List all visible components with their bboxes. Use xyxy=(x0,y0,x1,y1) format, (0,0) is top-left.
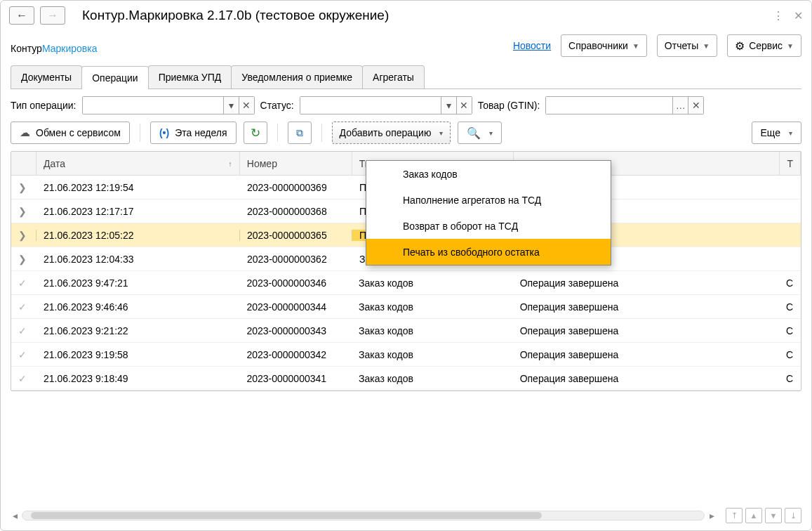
row-status-cell: Операция завершена xyxy=(513,373,779,384)
week-button[interactable]: (•)Эта неделя xyxy=(150,122,237,144)
sync-label: Обмен с сервисом xyxy=(36,127,121,138)
menu-item-fill-aggregates[interactable]: Наполнение агрегатов на ТСД xyxy=(366,187,611,213)
add-operation-label: Добавить операцию xyxy=(340,127,432,138)
chevron-right-icon: ❯ xyxy=(18,254,27,265)
chevron-down-icon: ▼ xyxy=(632,42,639,50)
week-label: Эта неделя xyxy=(175,127,227,138)
filter-status-dd[interactable]: ▾ xyxy=(441,97,456,114)
logo-part1: Контур xyxy=(11,43,42,54)
tab-documents[interactable]: Документы xyxy=(11,65,82,88)
refresh-icon: ↻ xyxy=(251,126,260,140)
search-icon: 🔍 xyxy=(467,126,481,140)
refs-button[interactable]: Справочники▼ xyxy=(561,34,647,57)
reports-button[interactable]: Отчеты▼ xyxy=(657,34,717,57)
reports-label: Отчеты xyxy=(665,40,698,51)
chevron-down-icon: ▾ xyxy=(489,129,493,137)
row-number-cell: 2023-0000000362 xyxy=(240,254,352,265)
menu-item-return[interactable]: Возврат в оборот на ТСД xyxy=(366,213,611,239)
row-status-cell: Операция завершена xyxy=(513,349,779,360)
filter-status-label: Статус: xyxy=(260,100,294,111)
filter-gtin-browse[interactable]: … xyxy=(672,97,688,114)
hierarchy-button[interactable]: ⧉ xyxy=(288,122,312,144)
chevron-right-icon: ❯ xyxy=(18,230,27,241)
scrollbar-thumb[interactable] xyxy=(31,512,542,519)
filter-type-dd[interactable]: ▾ xyxy=(223,97,239,114)
col-last[interactable]: Т xyxy=(780,152,801,175)
row-number-cell: 2023-0000000341 xyxy=(239,373,352,384)
grid-up-button[interactable]: ▲ xyxy=(745,508,762,523)
check-icon: ✓ xyxy=(18,277,27,289)
col-icon[interactable] xyxy=(11,152,36,175)
check-icon: ✓ xyxy=(18,325,27,336)
filter-status-combo[interactable]: ▾✕ xyxy=(300,96,472,114)
row-number-cell: 2023-0000000369 xyxy=(240,182,352,193)
filter-gtin-clear[interactable]: ✕ xyxy=(688,97,703,114)
filter-gtin-input[interactable] xyxy=(546,97,672,114)
row-number-cell: 2023-0000000346 xyxy=(239,277,352,289)
chevron-right-icon: ❯ xyxy=(18,182,27,193)
service-button[interactable]: ⚙Сервис▼ xyxy=(727,34,801,57)
row-status-cell: Операция завершена xyxy=(513,301,779,313)
row-type-cell: Заказ кодов xyxy=(352,349,513,360)
separator xyxy=(277,124,278,142)
row-date-cell: 21.06.2023 12:17:17 xyxy=(36,206,240,217)
row-date-cell: 21.06.2023 9:18:49 xyxy=(36,373,239,384)
table-row[interactable]: ✓21.06.2023 9:46:462023-0000000344Заказ … xyxy=(11,295,801,319)
col-date[interactable]: Дата↑ xyxy=(36,152,240,175)
row-extra-cell: С xyxy=(779,349,801,360)
main-tabs: Документы Операции Приемка УПД Уведомлен… xyxy=(11,65,801,89)
grid-first-button[interactable]: ⤒ xyxy=(726,508,743,523)
window-title: Контур.Маркировка 2.17.0b (тестовое окру… xyxy=(82,8,389,23)
filter-type-clear[interactable]: ✕ xyxy=(239,97,254,114)
chevron-down-icon: ▼ xyxy=(787,42,794,50)
add-operation-button[interactable]: Добавить операцию▾ xyxy=(332,122,451,144)
filter-type-input[interactable] xyxy=(83,97,223,114)
sync-button[interactable]: ☁Обмен с сервисом xyxy=(11,122,130,144)
forward-button[interactable]: → xyxy=(40,6,65,25)
row-status-cell: Операция завершена xyxy=(513,325,779,336)
row-type-cell: Заказ кодов xyxy=(352,373,513,384)
menu-item-print-free[interactable]: Печать из свободного остатка xyxy=(366,239,611,265)
row-type-cell: Заказ кодов xyxy=(352,277,513,289)
scroll-left-icon[interactable]: ◂ xyxy=(11,510,19,521)
grid-down-button[interactable]: ▼ xyxy=(765,508,782,523)
refresh-button[interactable]: ↻ xyxy=(244,122,267,144)
filter-status-input[interactable] xyxy=(300,97,441,114)
tab-operations[interactable]: Операции xyxy=(81,66,149,89)
back-button[interactable]: ← xyxy=(9,6,34,25)
filter-type-combo[interactable]: ▾✕ xyxy=(82,96,255,114)
check-icon: ✓ xyxy=(18,373,27,384)
table-row[interactable]: ✓21.06.2023 9:19:582023-0000000342Заказ … xyxy=(11,343,801,367)
scroll-right-icon[interactable]: ▸ xyxy=(707,510,716,521)
tab-aggregates[interactable]: Агрегаты xyxy=(362,65,425,88)
search-button[interactable]: 🔍▾ xyxy=(458,122,502,144)
check-icon: ✓ xyxy=(18,301,27,313)
filter-status-clear[interactable]: ✕ xyxy=(456,97,472,114)
table-row[interactable]: ✓21.06.2023 9:47:212023-0000000346Заказ … xyxy=(11,271,801,295)
filter-gtin-combo[interactable]: …✕ xyxy=(545,96,704,114)
tab-notifications[interactable]: Уведомления о приемке xyxy=(231,65,363,88)
filter-gtin-label: Товар (GTIN): xyxy=(478,100,540,111)
filter-type-label: Тип операции: xyxy=(11,100,76,111)
col-date-label: Дата xyxy=(44,158,65,169)
row-extra-cell: С xyxy=(779,301,801,313)
row-icon-cell: ✓ xyxy=(11,373,36,384)
h-scrollbar[interactable] xyxy=(22,511,705,520)
col-number[interactable]: Номер xyxy=(240,152,352,175)
row-icon-cell: ❯ xyxy=(11,206,36,217)
table-row[interactable]: ✓21.06.2023 9:21:222023-0000000343Заказ … xyxy=(11,319,801,343)
row-icon-cell: ✓ xyxy=(11,325,36,336)
kebab-icon[interactable]: ⋮ xyxy=(773,9,784,22)
refs-label: Справочники xyxy=(568,40,628,51)
menu-item-order-codes[interactable]: Заказ кодов xyxy=(366,161,611,187)
table-row[interactable]: ✓21.06.2023 9:18:492023-0000000341Заказ … xyxy=(11,367,801,391)
service-label: Сервис xyxy=(749,40,783,51)
grid-last-button[interactable]: ⤓ xyxy=(785,508,801,523)
tab-upd[interactable]: Приемка УПД xyxy=(148,65,232,88)
close-icon[interactable]: ✕ xyxy=(794,9,803,22)
more-button[interactable]: Еще▾ xyxy=(752,122,802,144)
row-number-cell: 2023-0000000343 xyxy=(239,325,352,336)
news-link[interactable]: Новости xyxy=(513,40,551,51)
row-type-cell: Заказ кодов xyxy=(352,325,513,336)
row-icon-cell: ❯ xyxy=(11,182,36,193)
